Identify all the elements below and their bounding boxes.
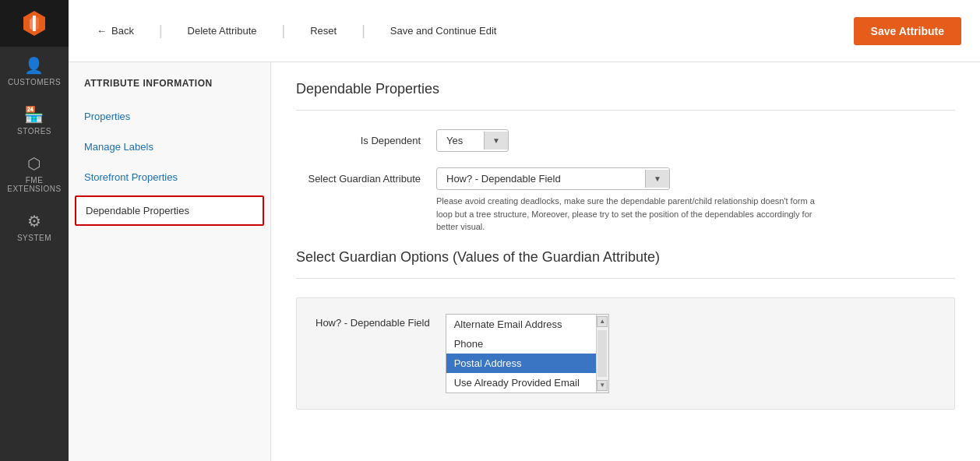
left-nav-title: ATTRIBUTE INFORMATION	[69, 78, 270, 101]
sidebar-logo	[0, 0, 69, 47]
fme-icon: ⬡	[27, 154, 41, 173]
is-dependent-row: Is Dependent Yes ▼	[296, 129, 955, 152]
sidebar-item-customers[interactable]: 👤 CUSTOMERS	[0, 47, 69, 96]
listbox: Alternate Email Address Phone Postal Add…	[446, 315, 596, 392]
system-icon: ⚙	[27, 212, 42, 230]
section-divider-1	[296, 110, 955, 111]
sidebar-item-label-fme: FME EXTENSIONS	[3, 176, 65, 193]
scrollbar-track	[598, 330, 607, 377]
left-nav-item-storefront[interactable]: Storefront Properties	[69, 162, 270, 192]
reset-button[interactable]: Reset	[301, 19, 346, 43]
sidebar-item-system[interactable]: ⚙ SYSTEM	[0, 202, 69, 252]
is-dependent-select[interactable]: Yes ▼	[436, 129, 509, 152]
is-dependent-arrow-icon[interactable]: ▼	[484, 132, 508, 150]
section-divider-2	[296, 278, 955, 279]
sidebar-item-label-stores: STORES	[17, 127, 51, 135]
delete-attribute-button[interactable]: Delete Attribute	[178, 19, 266, 43]
save-continue-button[interactable]: Save and Continue Edit	[381, 19, 506, 43]
guardian-field-label: How? - Dependable Field	[316, 314, 430, 329]
scrollbar-down-arrow[interactable]: ▼	[597, 380, 608, 391]
save-continue-label: Save and Continue Edit	[390, 25, 497, 37]
sidebar-item-label-customers: CUSTOMERS	[8, 78, 61, 86]
left-nav-item-manage-labels[interactable]: Manage Labels	[69, 132, 270, 162]
save-attribute-button[interactable]: Save Attribute	[854, 17, 961, 45]
reset-label: Reset	[310, 25, 337, 37]
left-nav-item-dependable[interactable]: Dependable Properties	[75, 195, 264, 226]
back-arrow-icon: ←	[97, 25, 107, 37]
content-area: ATTRIBUTE INFORMATION Properties Manage …	[69, 62, 980, 461]
listbox-item-postal-address[interactable]: Postal Address	[446, 354, 596, 373]
toolbar-separator-1: |	[159, 23, 163, 39]
select-guardian-row: Select Guardian Attribute How? - Dependa…	[296, 167, 955, 234]
select-guardian-value: How? - Dependable Field	[437, 168, 645, 189]
left-nav: ATTRIBUTE INFORMATION Properties Manage …	[69, 62, 271, 461]
guardian-help-text: Please avoid creating deadlocks, make su…	[436, 195, 826, 234]
guardian-options-title: Select Guardian Options (Values of the G…	[296, 249, 955, 266]
main-content: ← Back | Delete Attribute | Reset | Save…	[69, 0, 980, 461]
back-button[interactable]: ← Back	[87, 19, 143, 43]
dependable-section-title: Dependable Properties	[296, 81, 955, 97]
toolbar: ← Back | Delete Attribute | Reset | Save…	[69, 0, 980, 62]
listbox-wrapper: Alternate Email Address Phone Postal Add…	[446, 314, 609, 393]
left-nav-item-properties[interactable]: Properties	[69, 101, 270, 132]
listbox-item-phone[interactable]: Phone	[446, 334, 596, 354]
select-guardian-select[interactable]: How? - Dependable Field ▼	[436, 167, 670, 190]
form-area: Dependable Properties Is Dependent Yes ▼…	[271, 62, 980, 461]
toolbar-separator-2: |	[281, 23, 285, 39]
guardian-box: How? - Dependable Field Alternate Email …	[296, 297, 955, 410]
sidebar: 👤 CUSTOMERS 🏪 STORES ⬡ FME EXTENSIONS ⚙ …	[0, 0, 69, 461]
toolbar-separator-3: |	[361, 23, 365, 39]
listbox-item-alternate-email[interactable]: Alternate Email Address	[446, 315, 596, 334]
sidebar-item-label-system: SYSTEM	[17, 234, 51, 242]
listbox-item-use-already[interactable]: Use Already Provided Email	[446, 373, 596, 392]
guardian-field-row: How? - Dependable Field Alternate Email …	[316, 314, 936, 393]
stores-icon: 🏪	[24, 105, 44, 124]
save-label: Save Attribute	[871, 25, 944, 37]
sidebar-item-stores[interactable]: 🏪 STORES	[0, 96, 69, 145]
sidebar-item-fme[interactable]: ⬡ FME EXTENSIONS	[0, 145, 69, 202]
magento-logo-icon	[20, 9, 48, 37]
is-dependent-label: Is Dependent	[296, 129, 421, 146]
delete-label: Delete Attribute	[188, 25, 257, 37]
back-label: Back	[111, 25, 134, 37]
is-dependent-field: Yes ▼	[436, 129, 955, 152]
is-dependent-value: Yes	[437, 130, 484, 151]
select-guardian-label: Select Guardian Attribute	[296, 167, 421, 185]
svg-rect-3	[33, 16, 36, 31]
listbox-scrollbar: ▲ ▼	[596, 315, 608, 392]
customers-icon: 👤	[24, 56, 44, 75]
select-guardian-field: How? - Dependable Field ▼ Please avoid c…	[436, 167, 955, 234]
scrollbar-up-arrow[interactable]: ▲	[597, 316, 608, 327]
select-guardian-arrow-icon[interactable]: ▼	[645, 170, 669, 188]
